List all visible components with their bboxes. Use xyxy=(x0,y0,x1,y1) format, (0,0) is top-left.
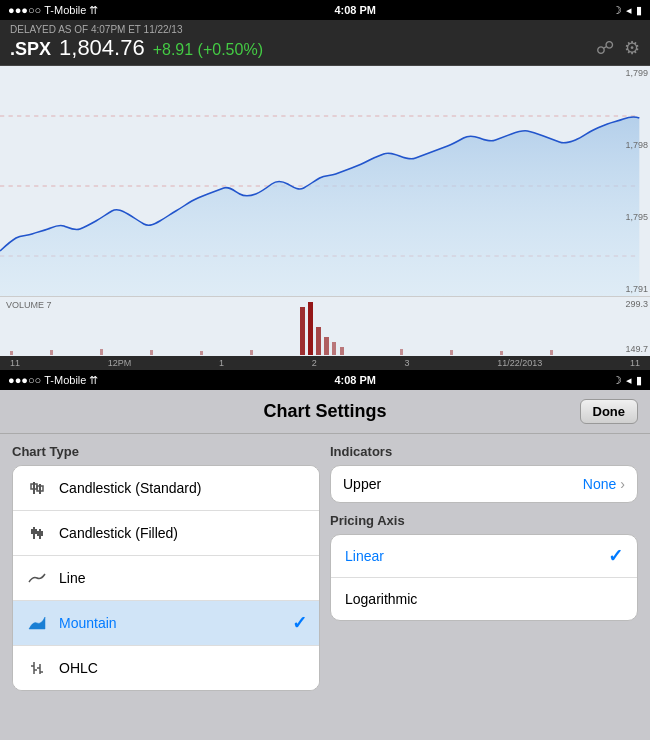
option-ohlc[interactable]: OHLC xyxy=(13,646,319,690)
ohlc-icon xyxy=(25,656,49,680)
settings-body: Chart Type Candlestick (Standard) xyxy=(0,434,650,739)
clock-top: 4:08 PM xyxy=(334,4,376,16)
y-label-4: 1,791 xyxy=(625,284,648,294)
clock-bottom: 4:08 PM xyxy=(334,374,376,386)
ticker-info: .SPX 1,804.76 +8.91 (+0.50%) xyxy=(10,35,263,61)
ticker-change: +8.91 (+0.50%) xyxy=(153,41,263,59)
svg-rect-12 xyxy=(150,350,153,355)
price-chart-area: 1,799 1,798 1,795 1,791 xyxy=(0,66,650,296)
upper-indicator-item[interactable]: Upper None › xyxy=(331,466,637,502)
volume-y-2: 149.7 xyxy=(625,344,648,354)
y-label-2: 1,798 xyxy=(625,140,648,150)
svg-rect-25 xyxy=(31,529,37,534)
status-right-top: ☽ ◂ ▮ xyxy=(612,4,642,17)
chart-type-panel: Chart Type Candlestick (Standard) xyxy=(12,444,320,729)
volume-chart-area: VOLUME 7 299.3 149.7 xyxy=(0,296,650,356)
svg-rect-7 xyxy=(332,342,336,355)
chart-icon[interactable]: ☍ xyxy=(596,37,614,59)
svg-rect-3 xyxy=(300,307,305,355)
x-axis-labels: 11 12PM 1 2 3 11/22/2013 11 xyxy=(0,356,650,370)
volume-y-labels: 299.3 149.7 xyxy=(625,297,648,356)
ticker-price: 1,804.76 xyxy=(59,35,145,61)
ticker-row: .SPX 1,804.76 +8.91 (+0.50%) ☍ ⚙ xyxy=(10,35,640,61)
option-line[interactable]: Line xyxy=(13,556,319,601)
option-line-label: Line xyxy=(59,570,307,586)
chart-header: DELAYED AS OF 4:07PM ET 11/22/13 .SPX 1,… xyxy=(0,20,650,66)
option-candlestick-filled[interactable]: Candlestick (Filled) xyxy=(13,511,319,556)
option-candlestick-standard[interactable]: Candlestick (Standard) xyxy=(13,466,319,511)
chart-section: ●●●○○ T-Mobile ⇈ 4:08 PM ☽ ◂ ▮ DELAYED A… xyxy=(0,0,650,370)
svg-rect-6 xyxy=(324,337,329,355)
chart-type-label: Chart Type xyxy=(12,444,320,459)
svg-rect-14 xyxy=(250,350,253,355)
settings-title: Chart Settings xyxy=(263,401,386,422)
price-chart-svg xyxy=(0,66,650,296)
volume-label: VOLUME 7 xyxy=(6,300,52,310)
chart-type-list: Candlestick (Standard) Candlestick (Fill… xyxy=(12,465,320,691)
svg-rect-10 xyxy=(50,350,53,355)
svg-rect-17 xyxy=(500,351,503,355)
pricing-logarithmic[interactable]: Logarithmic xyxy=(331,578,637,620)
x-label-2: 2 xyxy=(312,358,317,368)
volume-y-1: 299.3 xyxy=(625,299,648,309)
svg-rect-26 xyxy=(37,531,43,536)
svg-rect-16 xyxy=(450,350,453,355)
option-mountain-label: Mountain xyxy=(59,615,282,631)
settings-section: ●●●○○ T-Mobile ⇈ 4:08 PM ☽ ◂ ▮ Chart Set… xyxy=(0,370,650,740)
upper-indicator-label: Upper xyxy=(343,476,583,492)
signal-dots-bottom: ●●●○○ xyxy=(8,374,41,386)
pricing-axis-label: Pricing Axis xyxy=(330,513,638,528)
indicators-panel: Indicators Upper None › Pricing Axis Lin… xyxy=(330,444,638,729)
upper-indicator-row: Upper None › xyxy=(330,465,638,503)
upper-indicator-value: None xyxy=(583,476,616,492)
settings-header: Chart Settings Done xyxy=(0,390,650,434)
x-label-3: 3 xyxy=(404,358,409,368)
svg-rect-5 xyxy=(316,327,321,355)
volume-svg xyxy=(0,297,605,355)
option-candlestick-standard-label: Candlestick (Standard) xyxy=(59,480,307,496)
done-button[interactable]: Done xyxy=(580,399,639,424)
y-label-1: 1,799 xyxy=(625,68,648,78)
mountain-checkmark: ✓ xyxy=(292,612,307,634)
svg-rect-18 xyxy=(550,350,553,355)
x-label-11b: 11 xyxy=(630,358,640,368)
svg-rect-13 xyxy=(200,351,203,355)
upper-indicator-chevron: › xyxy=(620,476,625,492)
option-mountain[interactable]: Mountain ✓ xyxy=(13,601,319,646)
svg-rect-8 xyxy=(340,347,344,355)
svg-rect-4 xyxy=(308,302,313,355)
pricing-axis-list: Linear ✓ Logarithmic xyxy=(330,534,638,621)
settings-icon[interactable]: ⚙ xyxy=(624,37,640,59)
linear-checkmark: ✓ xyxy=(608,545,623,567)
svg-rect-15 xyxy=(400,349,403,355)
battery-icon: ▮ xyxy=(636,4,642,17)
wifi-icon-bottom: ⇈ xyxy=(89,374,98,387)
moon-icon-bottom: ☽ xyxy=(612,374,622,387)
candlestick-filled-icon xyxy=(25,521,49,545)
indicators-label: Indicators xyxy=(330,444,638,459)
pricing-logarithmic-label: Logarithmic xyxy=(345,591,623,607)
moon-icon: ☽ xyxy=(612,4,622,17)
carrier-label: T-Mobile xyxy=(44,4,86,16)
delayed-label: DELAYED AS OF 4:07PM ET 11/22/13 xyxy=(10,24,640,35)
ticker-symbol: .SPX xyxy=(10,39,51,60)
option-candlestick-filled-label: Candlestick (Filled) xyxy=(59,525,307,541)
status-bar-bottom: ●●●○○ T-Mobile ⇈ 4:08 PM ☽ ◂ ▮ xyxy=(0,370,650,390)
y-label-3: 1,795 xyxy=(625,212,648,222)
location-icon-bottom: ◂ xyxy=(626,374,632,387)
status-bar-top: ●●●○○ T-Mobile ⇈ 4:08 PM ☽ ◂ ▮ xyxy=(0,0,650,20)
signal-dots: ●●●○○ xyxy=(8,4,41,16)
option-ohlc-label: OHLC xyxy=(59,660,307,676)
battery-icon-bottom: ▮ xyxy=(636,374,642,387)
wifi-icon: ⇈ xyxy=(89,4,98,17)
pricing-linear-label: Linear xyxy=(345,548,608,564)
location-icon: ◂ xyxy=(626,4,632,17)
x-label-11a: 11 xyxy=(10,358,20,368)
pricing-linear[interactable]: Linear ✓ xyxy=(331,535,637,578)
y-axis-labels: 1,799 1,798 1,795 1,791 xyxy=(625,66,648,296)
candlestick-standard-icon xyxy=(25,476,49,500)
x-label-1: 1 xyxy=(219,358,224,368)
mountain-icon xyxy=(25,611,49,635)
x-label-date: 11/22/2013 xyxy=(497,358,542,368)
carrier-label-bottom: T-Mobile xyxy=(44,374,86,386)
